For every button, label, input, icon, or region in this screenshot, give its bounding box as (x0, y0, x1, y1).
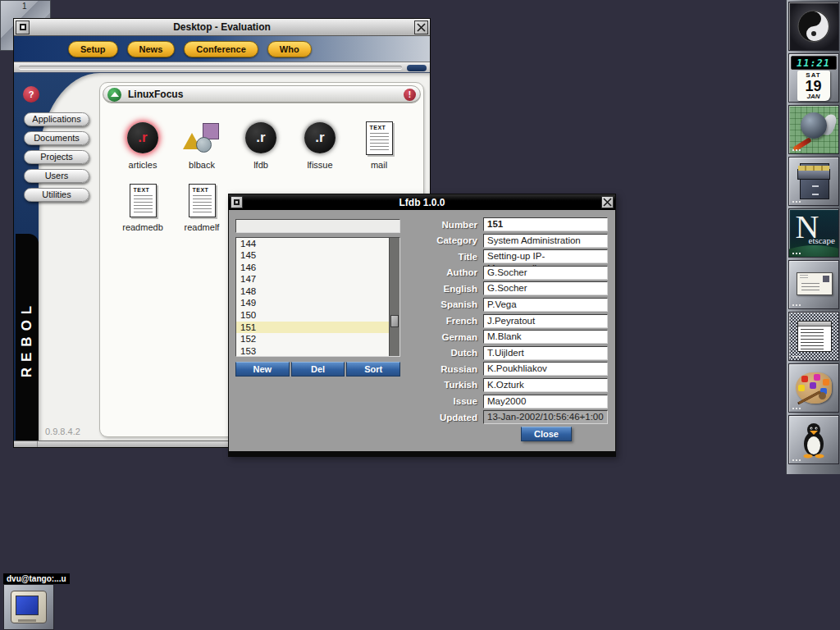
miniwindow-title: dvu@tango:...u (3, 573, 70, 584)
nav-button[interactable]: News (127, 41, 176, 57)
list-scrollbar[interactable] (389, 238, 399, 356)
miniaturize-button[interactable] (16, 21, 30, 34)
close-button[interactable] (414, 21, 428, 34)
sidebar-item[interactable]: Users (24, 169, 89, 183)
field-label: Title (401, 252, 483, 262)
sidebar-item[interactable]: Utilities (24, 188, 89, 202)
sidebar-item[interactable]: Applications (24, 112, 89, 126)
field-label: German (401, 332, 483, 342)
alert-button[interactable]: ! (404, 89, 416, 101)
field-value[interactable]: G.Socher (483, 281, 608, 295)
sidebar-item[interactable]: Projects (24, 150, 89, 164)
nav-button[interactable]: Who (267, 41, 312, 57)
dock-tile-paint-app[interactable] (788, 105, 839, 154)
list-item[interactable]: 150 (236, 309, 389, 322)
grip-bar[interactable] (14, 62, 430, 73)
close-icon (603, 198, 612, 207)
help-button[interactable]: ? (23, 86, 39, 103)
field-value[interactable]: K.Poukhliakov (483, 362, 608, 376)
desktop-icon[interactable]: .r .r TEXT readmedb (113, 181, 172, 232)
dock-tile-mail[interactable] (788, 260, 839, 309)
field-value[interactable]: P.Vega (483, 298, 608, 312)
calendar-date: 19 (805, 79, 821, 94)
nav-button[interactable]: Setup (68, 41, 118, 57)
list-action-button[interactable]: New (235, 362, 290, 377)
field-value[interactable]: K.Ozturk (483, 378, 608, 392)
desktop-icon[interactable]: .r .r TEXT mail (349, 119, 409, 170)
list-item[interactable]: 153 (236, 345, 389, 356)
field-value[interactable]: System Administration (483, 234, 608, 248)
netscape-wordmark: etscape (809, 235, 835, 245)
field-value[interactable]: Setting-up IP-Masquerading (483, 249, 608, 263)
titlebar[interactable]: Lfdb 1.0.0 (229, 194, 615, 210)
close-row: Close (401, 427, 608, 441)
icon-label: articles (129, 160, 158, 170)
list-item[interactable]: 147 (236, 273, 389, 285)
nav-button[interactable]: Conference (184, 41, 258, 57)
rebol-black-icon: .r (304, 122, 336, 153)
field-label: Spanish (401, 299, 483, 309)
form-row: Updated 13-Jan-2002/10:56:46+1:00 (401, 410, 608, 424)
icon-label: readmedb (122, 222, 163, 232)
close-dialog-button[interactable]: Close (521, 427, 572, 441)
field-value[interactable]: 13-Jan-2002/10:56:46+1:00 (483, 410, 608, 424)
field-value[interactable]: T.Uijldert (483, 346, 608, 360)
field-label: Updated (401, 413, 483, 422)
record-listbox: 144145146147148149150151152153 (235, 237, 400, 357)
titlebar[interactable]: Desktop - Evaluation (14, 19, 430, 36)
dock-tile-palette[interactable] (788, 363, 839, 413)
resize-bar[interactable] (229, 451, 615, 456)
field-value[interactable]: May2000 (483, 395, 608, 409)
scrollbar-thumb[interactable] (390, 315, 399, 327)
form-row: Issue May2000 (401, 395, 608, 409)
form-row: Turkish K.Ozturk (401, 378, 608, 392)
desktop-icon[interactable]: .r .r TEXT readmelf (172, 181, 231, 232)
dock-tile-clock[interactable]: 11:21 SAT 19 JAN (788, 53, 839, 103)
appicon-dots (792, 304, 794, 306)
list-item[interactable]: 151 (236, 322, 389, 334)
rebol-black-icon: .r (245, 122, 276, 153)
field-value[interactable]: G.Socher (483, 266, 608, 280)
field-value[interactable]: M.Blank (483, 330, 608, 344)
list-item[interactable]: 144 (236, 238, 389, 250)
desktop-icon[interactable]: .r .r TEXT lfissue (290, 119, 349, 170)
icon-label: mail (371, 160, 387, 170)
close-button[interactable] (601, 196, 614, 208)
list-item[interactable]: 148 (236, 285, 389, 298)
grip-groove (19, 66, 402, 70)
dock-tile-penguin[interactable] (788, 415, 839, 464)
dock-tile-netscape[interactable]: N etscape (788, 208, 839, 258)
search-input[interactable] (235, 219, 400, 233)
version-text: 0.9.8.4.2 (45, 427, 80, 436)
list-item[interactable]: 149 (236, 297, 389, 309)
dock-tile-terminal[interactable] (788, 312, 839, 361)
sidebar-nav: ApplicationsDocumentsProjectsUsersUtilit… (24, 112, 89, 202)
dock-tile-windowmaker[interactable] (788, 2, 839, 51)
dock-tile-file-cabinet[interactable] (788, 157, 839, 206)
list-action-button[interactable]: Sort (346, 362, 400, 377)
appicon-dots (792, 253, 794, 254)
terminal-window-icon (797, 321, 832, 352)
sidebar-item[interactable]: Documents (24, 131, 89, 145)
form-row: Number 151 (401, 217, 608, 231)
list-item[interactable]: 146 (236, 262, 389, 274)
form-row: Dutch T.Uijldert (401, 346, 608, 360)
file-cabinet-icon (800, 163, 829, 199)
paint-brush-icon (792, 137, 812, 152)
desktop-icon[interactable]: .r .r TEXT blback (172, 119, 231, 170)
text-document-icon: TEXT (366, 121, 393, 155)
desktop-icon[interactable]: .r .r TEXT lfdb (231, 119, 290, 170)
miniaturize-button[interactable] (231, 196, 243, 208)
miniwindow-terminal[interactable] (3, 584, 54, 630)
panel-header[interactable]: LinuxFocus ! (103, 85, 421, 103)
field-value[interactable]: J.Peyratout (483, 314, 608, 328)
panel-title: LinuxFocus (128, 89, 397, 100)
list-action-button[interactable]: Del (291, 362, 345, 377)
open-folder-icon[interactable] (107, 88, 121, 102)
form-row: German M.Blank (401, 330, 608, 344)
field-value[interactable]: 151 (483, 217, 608, 231)
desktop-icon[interactable]: .r .r TEXT articles (113, 119, 172, 170)
list-item[interactable]: 145 (236, 249, 389, 262)
record-list-section: 144145146147148149150151152153 NewDelSor… (235, 217, 400, 377)
list-item[interactable]: 152 (236, 333, 389, 345)
